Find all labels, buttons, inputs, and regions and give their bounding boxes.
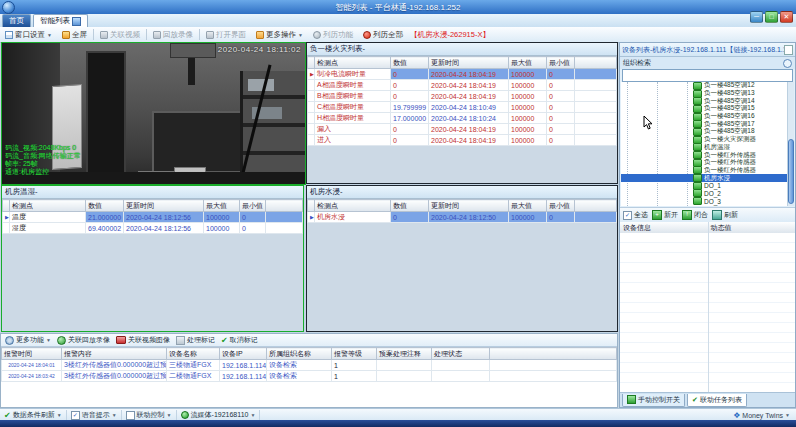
device-monitor-icon	[693, 197, 702, 205]
open-button[interactable]: +新开	[652, 210, 678, 220]
circle-icon	[313, 31, 321, 39]
close-button[interactable]: ✕	[780, 11, 793, 23]
check-icon: ✔	[692, 396, 698, 404]
search-input[interactable]	[622, 69, 793, 82]
temp-humidity-table: 检测点 数值 更新时间 最大值 最小值 ▶温度21.0000002020-04-…	[2, 199, 303, 234]
device-monitor-icon	[693, 128, 702, 136]
device-monitor-icon	[693, 174, 702, 182]
maximize-button[interactable]: □	[765, 11, 778, 23]
column-divider	[708, 222, 709, 393]
video-timestamp: 2020-04-24 18:11:02	[218, 45, 301, 54]
open-ui-button[interactable]: 打开界面	[201, 28, 251, 41]
gear-icon	[5, 336, 14, 345]
table-row[interactable]: H相温度瞬时量17.0000002020-04-24 18:10:2410000…	[308, 113, 617, 124]
search-icon[interactable]	[783, 59, 792, 68]
device-panel-header: 设备列表-机房水浸-192.168.1.111【链接-192.168.1.10:…	[620, 43, 795, 57]
document-icon[interactable]	[784, 45, 793, 55]
close-device-button[interactable]: !闭合	[682, 210, 708, 220]
checkbox-icon	[126, 411, 135, 420]
table-row[interactable]: 2020-04-24 18:04:013楼红外传感器值0.000000超过预置值…	[2, 360, 617, 371]
bottom-strip	[0, 420, 796, 427]
main-toolbar: 窗口设置▼ 全屏 关联视频 回放录像 打开界面 更多操作▼ 列历功能 列历全部 …	[0, 27, 796, 43]
tree-item[interactable]: DO_2	[621, 190, 794, 198]
water-immersion-panel: 机房水浸- 检测点 数值 更新时间 最大值 最小值 ▶机房水浸02020-04-…	[306, 185, 618, 332]
camera-video-pane[interactable]: 2020-04-24 18:11:02 码流_视频:2048Kbps 0 码流_…	[1, 42, 306, 185]
status-voice-prompt[interactable]: ✓语音提示▼	[67, 410, 122, 420]
linked-video-button[interactable]: 关联视频	[95, 28, 145, 41]
tab-linkage-tasks[interactable]: ✔联动任务列表	[687, 394, 747, 407]
table-row[interactable]: ▶温度21.0000002020-04-24 18:12:561000000	[3, 212, 303, 223]
device-tree: 负一楼485空调12负一楼485空调13负一楼485空调14负一楼485空调15…	[621, 82, 794, 206]
device-list-panel: 设备列表-机房水浸-192.168.1.111【链接-192.168.1.10:…	[619, 42, 796, 408]
table-row[interactable]: 湿度69.4000022020-04-24 18:12:561000000	[3, 223, 303, 234]
device-monitor-icon	[693, 82, 702, 90]
chevron-down-icon: ▼	[785, 412, 790, 418]
alarm-toolbar: 更多功能▼ 关联回放录像 关联视频图像 处理标记 ✔取消标记	[1, 334, 617, 347]
status-data-refresh[interactable]: ✔数据条件刷新▼	[0, 410, 67, 420]
status-stream-media[interactable]: 流媒体-192168110▼	[177, 410, 261, 420]
check-icon: ✔	[4, 411, 11, 420]
tree-item[interactable]: 机房水浸	[621, 174, 794, 182]
more-functions-button[interactable]: 更多功能▼	[5, 335, 51, 345]
water-immersion-table: 检测点 数值 更新时间 最大值 最小值 ▶机房水浸02020-04-24 18:…	[307, 199, 617, 223]
temp-humidity-panel: 机房温湿- 检测点 数值 更新时间 最大值 最小值 ▶温度21.00000020…	[1, 185, 304, 332]
table-row[interactable]: C相温度瞬时量19.7999992020-04-24 18:10:4910000…	[308, 102, 617, 113]
camera-icon	[116, 336, 126, 344]
chevron-down-icon: ▼	[112, 412, 117, 418]
window-title: 智能列表 - 平台林通-192.168.1.252	[336, 2, 461, 13]
panel-title: 机房水浸-	[307, 186, 617, 199]
table-row[interactable]: ▶机房水浸02020-04-24 18:12:501000000	[308, 212, 617, 223]
alarm-table: 报警时间 报警内容 设备名称 设备IP 所属组织名称 报警等级 预案处理注释 处…	[1, 347, 617, 382]
grid-icon	[5, 31, 13, 39]
linked-playback-button[interactable]: 关联回放录像	[57, 335, 110, 345]
scrollbar-thumb[interactable]	[788, 139, 794, 203]
device-panel-tabs: 手动控制开关 ✔联动任务列表	[620, 392, 795, 407]
chevron-down-icon: ▼	[57, 412, 62, 418]
tab-manual-switch[interactable]: 手动控制开关	[622, 394, 685, 407]
table-row[interactable]: 进入02020-04-24 18:04:191000000	[308, 135, 617, 146]
search-label-row: 组织检索	[620, 57, 795, 69]
list-history-button[interactable]: 列历功能	[308, 28, 358, 41]
checkbox-checked-icon: ✓	[71, 411, 80, 420]
mouse-cursor	[643, 116, 653, 131]
app-window: 智能列表 - 平台林通-192.168.1.252 ─ □ ✕ 首页 智能列表 …	[0, 0, 796, 427]
table-row[interactable]: A相温度瞬时量02020-04-24 18:04:191000000	[308, 80, 617, 91]
chevron-down-icon: ▼	[47, 32, 52, 38]
brand-icon: ❖	[733, 411, 740, 420]
table-row[interactable]: 漏入02020-04-24 18:04:191000000	[308, 124, 617, 135]
tab-icon	[72, 17, 81, 26]
table-row[interactable]: B相温度瞬时量02020-04-24 18:04:191000000	[308, 91, 617, 102]
alarm-alert-text: 【机房水浸-262915-X】	[410, 30, 490, 40]
chevron-down-icon: ▼	[250, 412, 255, 418]
unmark-button[interactable]: ✔取消标记	[221, 335, 258, 345]
device-buttons-row: ✓全选 +新开 !闭合 刷新	[620, 207, 795, 223]
video-osd-overlay: 码流_视频:2048Kbps 0 码流_音频:网络传输正常 帧率: 25帧 通道…	[5, 144, 81, 176]
window-controls: ─ □ ✕	[750, 11, 793, 23]
tree-scrollbar[interactable]	[787, 82, 794, 206]
table-row[interactable]: 2020-04-24 18:03:423楼红外传感器值0.000000超过预置值…	[2, 371, 617, 382]
panel-title: 负一楼火灾列表-	[307, 43, 617, 56]
linked-video-image-button[interactable]: 关联视频图像	[116, 335, 170, 345]
chevron-down-icon: ▼	[298, 32, 303, 38]
alarm-report-panel: 更多功能▼ 关联回放录像 关联视频图像 处理标记 ✔取消标记 报警时间 报警内容…	[0, 333, 618, 408]
table-row[interactable]: ▶制冷电流瞬时量02020-04-24 18:04:191000000	[308, 69, 617, 80]
tree-item[interactable]: DO_3	[621, 197, 794, 205]
app-logo-icon	[2, 1, 15, 14]
tab-smart-list[interactable]: 智能列表	[33, 14, 88, 27]
playback-icon	[153, 31, 161, 39]
brand-menu[interactable]: ❖Money Twins▼	[733, 411, 796, 420]
list-all-button[interactable]: 列历全部	[358, 28, 408, 41]
status-linkage-control[interactable]: 联动控制▼	[122, 410, 177, 420]
refresh-button[interactable]: 刷新	[712, 210, 738, 220]
toolbar-separator	[199, 29, 200, 40]
video-icon	[100, 31, 108, 39]
select-all-button[interactable]: ✓全选	[623, 210, 648, 220]
window-settings-button[interactable]: 窗口设置▼	[0, 28, 57, 41]
mark-handled-button[interactable]: 处理标记	[176, 335, 215, 345]
playback-button[interactable]: 回放录像	[148, 28, 198, 41]
more-operations-button[interactable]: 更多操作▼	[251, 28, 308, 41]
tree-item[interactable]: DO_1	[621, 182, 794, 190]
minimize-button[interactable]: ─	[750, 11, 763, 23]
fullscreen-button[interactable]: 全屏	[57, 28, 92, 41]
tab-home[interactable]: 首页	[2, 14, 31, 27]
